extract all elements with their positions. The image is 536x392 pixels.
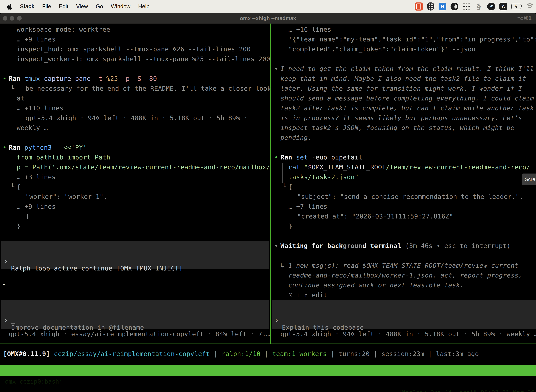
terminal-line: … +9 lines: [0, 202, 270, 211]
menu-file[interactable]: File: [42, 3, 51, 10]
terminal-line: [0, 133, 270, 143]
terminal-line: "completed","claim_token":"claim-token"}…: [272, 44, 536, 54]
terminal-line: └{: [0, 182, 270, 192]
terminal-line: [272, 54, 536, 64]
terminal-line: "subject": "send a concise recommendatio…: [272, 192, 536, 202]
terminal-line: is in progress? It seems likely but perh…: [272, 113, 536, 123]
input-source-icon[interactable]: A: [499, 3, 507, 10]
prompt-chevron: ›: [4, 317, 8, 324]
tmux-host-clock: "MacBook-Pro-44.local" 05:03 31-Mar-26: [398, 387, 535, 392]
right-terminal-pane[interactable]: … +16 lines'{"team_name":"my-team","task…: [272, 25, 536, 300]
line-bullet-icon: ↳: [281, 261, 284, 271]
terminal-line: [272, 143, 536, 152]
shield-keypad-icon[interactable]: [427, 2, 434, 10]
terminal-line: •Waiting for background terminal (3m 46s…: [272, 241, 536, 251]
working-bullet: •: [3, 280, 5, 289]
line-bullet-icon: └: [282, 182, 286, 192]
terminal-line: •I need to get the claim token from the …: [272, 64, 536, 74]
line-bullet-icon: •: [3, 74, 6, 84]
terminal-line: [272, 251, 536, 261]
terminal-line: •Ran python3 - <<'PY': [0, 143, 270, 152]
screen: { "menu_bar": { "items": ["Slack", "File…: [0, 0, 536, 392]
menu-edit[interactable]: Edit: [59, 3, 68, 10]
menu-window[interactable]: Window: [111, 3, 130, 10]
tmux-status-bar: [omx-cczip0:bash* "MacBook-Pro-44.local"…: [0, 365, 536, 376]
terminal-line: … +9 lines: [0, 34, 270, 44]
terminal-line: task2 after task1 is complete, but can I…: [272, 103, 536, 113]
window-shortcut: ⌥⌘1: [517, 13, 532, 23]
title-bar: omx --xhigh --madmax ⌥⌘1: [0, 13, 536, 24]
left-model-status: gpt-5.4 xhigh · essay/ai-reimplementatio…: [9, 329, 270, 339]
window-title: omx --xhigh --madmax: [0, 13, 536, 23]
screen-tooltip: Scre: [522, 173, 536, 185]
terminal-line: … +3 lines: [0, 172, 270, 182]
omx-status-line: [OMX#0.11.9] cczip/essay/ai-reimplementa…: [3, 349, 479, 359]
blue-badge-icon[interactable]: N: [439, 3, 446, 10]
terminal-line: gpt-5.4 xhigh · 94% left · 488K in · 5.1…: [0, 113, 270, 123]
terminal-line: •Ran tmux capture-pane -t %25 -p -S -80: [0, 74, 270, 84]
indent-guide: [12, 153, 12, 183]
terminal-line: cat "$OMX_TEAM_STATE_ROOT/team/review-cu…: [272, 162, 536, 172]
menu-go[interactable]: Go: [96, 3, 103, 10]
terminal-line: }: [0, 221, 270, 231]
terminal-line: weekly …: [0, 123, 270, 133]
pane-divider-vertical[interactable]: [270, 23, 271, 344]
terminal-line: └be necessary for the end of the README.…: [0, 84, 270, 93]
chat-app-icon[interactable]: [415, 2, 423, 10]
working-status: • Working (6m 38s • esc to interrupt): [0, 280, 270, 289]
terminal-line: "created_at": "2026-03-31T11:59:27.816Z": [272, 211, 536, 221]
terminal-line: from pathlib import Path: [0, 152, 270, 162]
terminal-line: ⌥ + ↑ edit: [272, 290, 536, 300]
terminal-line: ↳1 new msg(s): read $OMX_TEAM_STATE_ROOT…: [272, 261, 536, 271]
terminal-line: keep that in mind. Maybe I also need the…: [272, 74, 536, 84]
terminal-line: inspect_worker-1: omx sparkshell --tmux-…: [0, 54, 270, 64]
terminal-line: └{: [272, 182, 536, 192]
prompt-chevron: ›: [275, 317, 279, 324]
battery-icon[interactable]: ϟ: [511, 4, 521, 9]
indent-guide: [12, 84, 12, 91]
terminal-line: '{"team_name":"my-team","task_id":"1","f…: [272, 34, 536, 44]
dots-grid-icon[interactable]: [463, 2, 471, 10]
line-bullet-icon: •: [274, 241, 278, 251]
terminal-line: tasks/task-2.json": [272, 172, 536, 182]
terminal-line: ]: [0, 211, 270, 221]
terminal-line: … +110 lines: [0, 103, 270, 113]
terminal-line: [0, 64, 270, 74]
terminal-line: inspect_hud: omx sparkshell --tmux-pane …: [0, 44, 270, 54]
left-terminal-pane[interactable]: workspace_mode: worktree… +9 linesinspec…: [0, 25, 270, 344]
menu-status-icons: N § ..61 A ϟ: [415, 0, 534, 13]
menu-help[interactable]: Help: [138, 3, 150, 10]
line-bullet-icon: └: [10, 182, 14, 192]
percent-badge-icon[interactable]: ..61: [487, 3, 495, 10]
line-bullet-icon: └: [10, 84, 14, 93]
terminal-line: at: [0, 93, 270, 103]
menu-view[interactable]: View: [76, 3, 88, 10]
crescent-app-icon[interactable]: [450, 3, 458, 10]
line-bullet-icon: •: [3, 143, 6, 152]
terminal-line: later. Using the same for transition mig…: [272, 84, 536, 93]
apple-menu-icon[interactable]: [7, 3, 13, 10]
pane-divider-horizontal: [0, 344, 536, 344]
terminal-line: "worker": "worker-1",: [0, 192, 270, 202]
terminal-line: … +16 lines: [272, 25, 536, 34]
tmux-window-tab[interactable]: [omx-cczip0:bash*: [1, 376, 62, 387]
menu-app-name[interactable]: Slack: [20, 3, 34, 10]
line-bullet-icon: •: [274, 152, 278, 162]
right-model-status: gpt-5.4 xhigh · 94% left · 488K in · 5.1…: [281, 329, 536, 339]
terminal-line: p = Path('.omx/state/team/review-current…: [0, 162, 270, 172]
terminal-line: }: [272, 221, 536, 231]
terminal-line: workspace_mode: worktree: [0, 25, 270, 34]
ralph-loop-box: › Ralph loop active continue [OMX_TMUX_I…: [1, 241, 269, 269]
terminal-line: pending.: [272, 133, 536, 143]
squiggle-icon[interactable]: §: [475, 2, 483, 10]
terminal-line: continue assigned work or next feasible …: [272, 280, 536, 290]
terminal-line: … +7 lines: [272, 202, 536, 211]
menu-bar: Slack File Edit View Go Window Help N § …: [0, 0, 536, 13]
terminal-line: •Ran set -euo pipefail: [272, 152, 536, 162]
left-input-box[interactable]: › Improve documentation in @filename: [1, 300, 269, 329]
terminal-line: should send a message before completing …: [272, 93, 536, 103]
terminal-line: readme-and-reco/mailbox/worker-1.json, a…: [272, 271, 536, 280]
wifi-icon[interactable]: [526, 3, 534, 10]
terminal-line: inspect task2's JSON, focusing on the st…: [272, 123, 536, 133]
right-input-box[interactable]: › Explain this codebase: [272, 300, 536, 329]
